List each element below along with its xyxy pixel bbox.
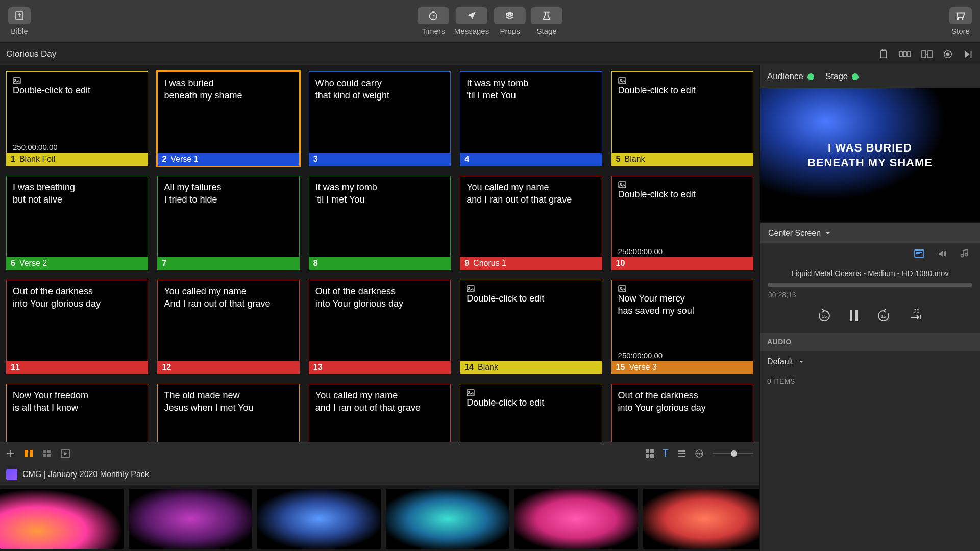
preview-text: I WAS BURIEDBENEATH MY SHAME [807,141,933,170]
scrubber[interactable] [768,283,972,287]
audio-section-header: AUDIO [760,333,980,351]
slide-text: I was buriedbeneath my shame [158,72,299,153]
slide[interactable]: Double-click to edit250:00:00.001Blank F… [6,71,148,166]
image-indicator-icon [618,285,747,292]
skip-forward-button[interactable]: 15 [876,308,891,323]
svg-point-34 [697,453,698,454]
slide[interactable]: It was my tomb'til I met You4 [460,71,602,166]
timers-button[interactable]: Timers [418,7,449,35]
view-columns-icon[interactable] [23,449,34,458]
view-grid-icon[interactable] [645,449,654,458]
media-thumb[interactable] [386,489,509,549]
slide-label: 12 [158,361,299,374]
slide[interactable]: I was breathingbut not alive6Verse 2 [6,176,148,270]
record-icon[interactable] [942,48,953,60]
slide-label: 5Blank [612,153,753,166]
slide[interactable]: Who could carrythat kind of weight3 [309,71,451,166]
chevron-down-icon [798,359,804,365]
slide-text: I was breathingbut not alive [7,176,148,257]
clipboard-icon[interactable] [878,48,889,60]
media-thumb[interactable] [129,489,252,549]
arrangement-icon[interactable] [898,48,912,60]
timecode: 00:28;13 [760,287,980,303]
timers-icon [428,10,439,21]
play-next-icon[interactable] [963,48,974,60]
slide[interactable]: Double-click to edit19 [460,384,602,442]
svg-point-35 [699,453,700,454]
svg-rect-27 [47,454,51,457]
more-icon[interactable] [694,449,704,458]
svg-text:15: 15 [821,314,826,319]
transport-controls: 15 15 -30 [760,303,980,333]
add-button[interactable] [6,449,15,458]
slide-text: Out of the darknessinto Your glorious da… [309,280,450,361]
media-pack-header[interactable]: CMG | January 2020 Monthly Pack [0,464,760,485]
slide[interactable]: Double-click to edit5Blank [611,71,753,166]
svg-rect-12 [619,78,626,84]
slide[interactable]: Double-click to edit14Blank [460,280,602,374]
stage-icon [541,10,552,21]
zoom-slider[interactable] [713,453,753,454]
screen-selector[interactable]: Center Screen [760,223,980,243]
image-indicator-icon [618,181,747,188]
view-list-icon[interactable] [677,449,686,458]
package-icon [6,469,17,480]
messages-button[interactable]: Messages [454,7,489,35]
slide-text: All my failuresI tried to hide [158,176,299,257]
bible-button[interactable]: Bible [8,7,31,35]
media-thumb[interactable] [0,489,124,549]
svg-rect-4 [903,52,906,57]
view-text-icon[interactable]: T [663,447,669,459]
store-button[interactable]: Store [949,7,972,35]
slide[interactable]: The old made newJesus when I met You17 [157,384,299,442]
footer-bar: T [0,442,760,464]
slide-label: 4 [460,153,601,166]
audio-routing[interactable]: Default [760,351,980,372]
slide[interactable]: Double-click to edit250:00:00.0010 [611,176,753,270]
props-button[interactable]: Props [494,7,526,35]
svg-rect-5 [908,52,911,57]
slide[interactable]: You called my nameand I ran out of that … [460,176,602,270]
goto-end-button[interactable]: -30 [908,309,924,322]
slide[interactable]: I was buriedbeneath my shame2Verse 1 [157,71,299,166]
play-thumb-icon[interactable] [60,449,70,458]
slide-label: 13 [309,361,450,374]
slide[interactable]: Out of the darknessinto Your glorious da… [6,280,148,374]
slide-grid[interactable]: Double-click to edit250:00:00.001Blank F… [0,65,760,442]
slide-text: Double-click to edit [612,72,753,153]
slide[interactable]: It was my tomb'til I met You8 [309,176,451,270]
bible-icon [14,11,24,21]
svg-rect-6 [922,51,926,58]
svg-point-1 [429,13,437,20]
image-indicator-icon [13,77,141,84]
props-label: Props [500,27,520,35]
media-thumb[interactable] [643,489,760,549]
audio-routing-value: Default [767,357,793,366]
tab-slide-icon[interactable] [914,249,925,258]
slide[interactable]: You called my nameand I ran out of that … [309,384,451,442]
stage-button[interactable]: Stage [531,7,562,35]
view-grid-dim-icon[interactable] [42,449,52,458]
tab-announce-icon[interactable] [937,249,947,258]
slide[interactable]: Out of the darknessinto Your glorious da… [611,384,753,442]
output-status: Audience Stage [760,65,980,88]
slide[interactable]: All my failuresI tried to hide7 [157,176,299,270]
media-pack-name: CMG | January 2020 Monthly Pack [22,470,149,479]
stage-label: Stage [825,71,848,82]
tab-audio-icon[interactable] [960,248,969,259]
slide[interactable]: Now Your mercyhas saved my soul250:00:00… [611,280,753,374]
slide-label: 1Blank Foil [7,153,148,166]
svg-point-21 [469,391,470,393]
skip-back-button[interactable]: 15 [817,308,832,323]
media-thumb[interactable] [257,489,381,549]
slide[interactable]: Now Your freedomis all that I know16 [6,384,148,442]
reflow-icon[interactable] [921,48,933,60]
pause-button[interactable] [848,309,860,322]
media-strip [0,485,760,551]
slide-text: Out of the darknessinto Your glorious da… [7,280,148,361]
output-preview[interactable]: I WAS BURIEDBENEATH MY SHAME [760,88,980,223]
svg-rect-3 [899,52,902,57]
media-thumb[interactable] [514,489,638,549]
slide[interactable]: Out of the darknessinto Your glorious da… [309,280,451,374]
slide[interactable]: You called my nameAnd I ran out of that … [157,280,299,374]
